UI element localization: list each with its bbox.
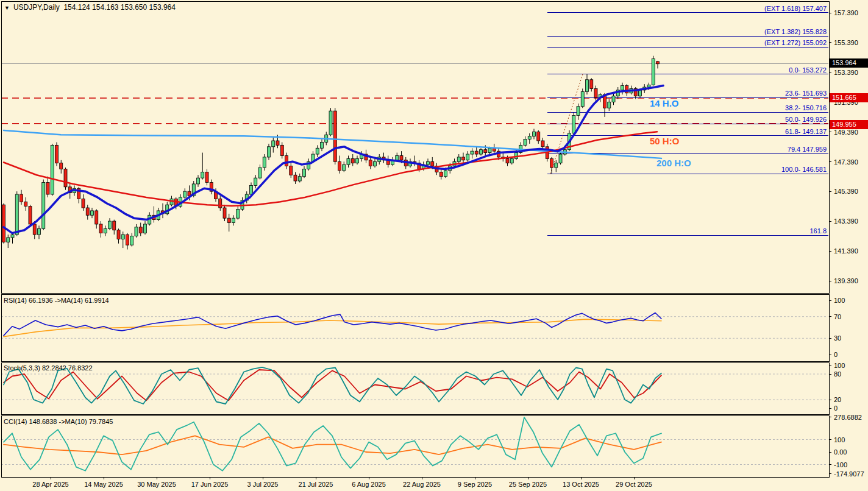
fib-level-label: (EXT 1.618) 157.407 — [764, 5, 827, 12]
fib-level-label: (EXT 1.382) 155.828 — [764, 28, 827, 35]
fib-level-label: 0.0- 153.272 — [789, 66, 827, 74]
indicator-axis-label: 100 — [834, 297, 845, 304]
date-axis-label: 13 Oct 2025 — [563, 481, 599, 488]
main-plot[interactable] — [1, 13, 829, 250]
symbol-period-label: USDJPY,Daily — [13, 3, 60, 12]
indicator-axis-label: 80 — [834, 370, 841, 378]
date-axis-label: 28 Apr 2025 — [32, 481, 68, 488]
indicator-axis-label: 20 — [834, 396, 841, 403]
rsi-indicator-label: RSI(14) 66.1936 ->MA(14) 61.9914 — [4, 297, 109, 304]
fib-level-label: 38.2- 150.716 — [785, 104, 827, 111]
price-axis-label: 143.390 — [834, 217, 858, 225]
date-axis-label: 30 May 2025 — [137, 481, 176, 488]
indicator-axis-label: 70 — [834, 313, 841, 320]
fib-level-label: 161.8 — [809, 227, 827, 235]
date-axis-label: 9 Sep 2025 — [458, 481, 492, 488]
indicator-axis-label: -174.9077 — [834, 470, 864, 478]
date-axis-label: 25 Sep 2025 — [509, 481, 547, 488]
alert-price-badge: 151.665 — [830, 93, 868, 102]
date-axis-label: 22 Aug 2025 — [403, 481, 441, 488]
indicator-plot[interactable] — [1, 313, 829, 338]
price-axis-label: 139.390 — [834, 277, 858, 284]
date-axis-label: 21 Jul 2025 — [299, 481, 333, 488]
price-axis-label: 157.390 — [834, 9, 858, 16]
price-axis-label: 149.390 — [834, 129, 858, 136]
date-axis-label: 6 Aug 2025 — [352, 481, 386, 488]
indicator-plot[interactable] — [1, 367, 829, 404]
indicator-axis-label: 30 — [834, 334, 841, 342]
fib-level-label: 23.6- 151.693 — [785, 90, 827, 97]
price-axis-label: 153.390 — [834, 69, 858, 76]
ma200-tag: 200 H:O — [656, 158, 691, 168]
date-axis-label: 17 Jun 2025 — [191, 481, 229, 488]
indicator-axis-label: -100 — [834, 461, 847, 468]
fib-level-label: 100.0- 146.581 — [781, 166, 827, 173]
price-axis-label: 155.390 — [834, 39, 858, 46]
price-axis-label: 141.390 — [834, 247, 858, 255]
ohlc-values: 154.124 154.163 153.650 153.964 — [63, 3, 176, 12]
indicator-axis-label: 100 — [834, 436, 845, 443]
indicator-axis-label: 0 — [834, 404, 838, 412]
indicator-axis-label: 278.6882 — [834, 414, 862, 421]
indicator-axis-label: 100 — [834, 362, 845, 369]
price-axis-label: 145.390 — [834, 188, 858, 195]
trading-chart-window: (EXT 1.618) 157.407(EXT 1.382) 155.828(E… — [0, 0, 868, 491]
price-axis-label: 147.390 — [834, 158, 858, 166]
fib-level-label: (EXT 1.272) 155.092 — [764, 39, 827, 46]
fib-level-label: 79.4 147.959 — [788, 146, 827, 153]
cci-indicator-label: CCI(14) 148.6838 ->MA(10) 79.7845 — [4, 418, 113, 425]
indicator-axis-label: 0.00 — [834, 448, 847, 456]
date-axis-label: 3 Jul 2025 — [247, 481, 279, 488]
chart-title: ▼USDJPY,Daily 154.124 154.163 153.650 15… — [4, 3, 176, 12]
alert-price-badge: 149.955 — [830, 120, 868, 129]
date-axis-label: 29 Oct 2025 — [616, 481, 652, 488]
date-axis-label: 14 May 2025 — [84, 481, 123, 488]
stoch-indicator-label: Stoch(5,3,3) 82.2842 76.8322 — [4, 364, 93, 372]
fib-level-label: 61.8- 149.137 — [785, 128, 827, 135]
indicator-axis-label: 0 — [834, 351, 838, 358]
ma50-tag: 50 H:O — [650, 136, 679, 146]
ma14-tag: 14 H.O — [650, 98, 679, 108]
indicator-plot[interactable] — [1, 417, 829, 471]
current-price-badge: 153.964 — [830, 58, 868, 68]
chart-canvas[interactable]: (EXT 1.618) 157.407(EXT 1.382) 155.828(E… — [0, 0, 868, 491]
fib-level-label: 50.0- 149.926 — [785, 116, 827, 123]
symbol-dropdown-icon[interactable]: ▼ — [4, 5, 10, 11]
